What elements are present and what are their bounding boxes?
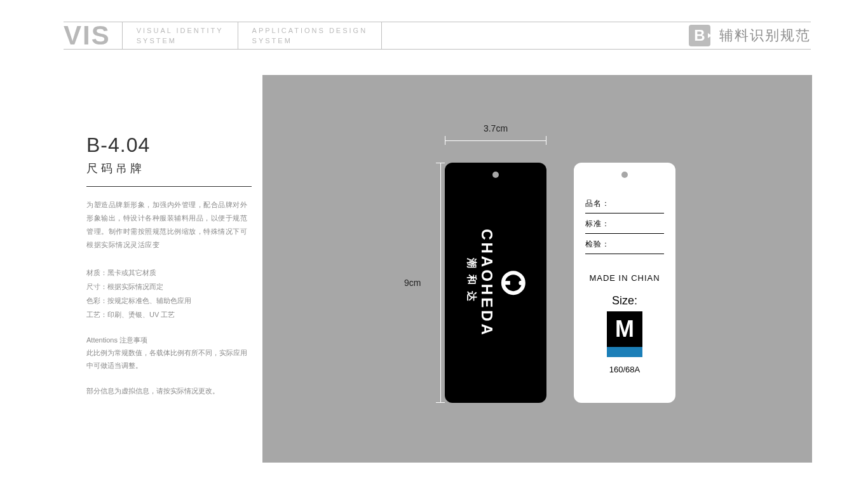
brand-lockup: CHAOHEDA 潮和达 [465,229,527,337]
divider [381,22,382,49]
header-text: VISUAL IDENTITY [137,25,224,36]
footnote: 部分信息为虚拟信息，请按实际情况更改。 [86,386,252,396]
spec-color: 色彩：按规定标准色、辅助色应用 [86,294,252,308]
field-standard: 标准： [585,214,664,234]
divider [86,186,252,187]
size-accent-bar [607,347,642,357]
size-heading: Size: [585,294,664,308]
section-badge: B [689,25,710,46]
notes-body: 此比例为常规数值，各载体比例有所不同，实际应用中可做适当调整。 [86,346,252,373]
spec-sidebar: B-4.04 尺码吊牌 为塑造品牌新形象，加强内外管理，配合品牌对外形象输出，特… [86,133,252,396]
brand-name-en: CHAOHEDA [479,229,494,337]
dimension-height-label: 9cm [404,278,421,288]
spec-list: 材质：黑卡或其它材质 尺寸：根据实际情况而定 色彩：按规定标准色、辅助色应用 工… [86,266,252,322]
dimension-width: 3.7cm [445,123,546,145]
spec-craft: 工艺：印刷、烫银、UV 工艺 [86,308,252,322]
dimension-line [436,163,445,403]
notes-heading: Attentions 注意事项 [86,336,252,345]
page-header: VIS VISUAL IDENTITY SYSTEM APPLICATIONS … [64,22,811,50]
hangtag-back: 品名： 标准： 检验： MADE IN CHIAN Size: M 160/68… [574,163,675,403]
header-text: SYSTEM [252,36,368,46]
header-text: APPLICATIONS DESIGN [252,25,368,36]
punch-hole-icon [492,172,499,178]
header-block-applications: APPLICATIONS DESIGN SYSTEM [238,25,382,46]
spec-size: 尺寸：根据实际情况而定 [86,280,252,294]
punch-hole-icon [621,172,628,178]
header-right: B 辅料识别规范 [689,25,811,46]
size-letter: M [607,311,642,347]
size-code: 160/68A [585,365,664,374]
size-block: M [607,311,642,357]
page-title: 尺码吊牌 [86,161,252,176]
brand-name-cn: 潮和达 [465,229,478,337]
field-product-name: 品名： [585,193,664,214]
field-inspection: 检验： [585,234,664,254]
spec-material: 材质：黑卡或其它材质 [86,266,252,280]
dimension-height: 9cm [419,163,445,403]
svg-rect-2 [503,281,510,285]
page-code: B-4.04 [86,133,252,157]
section-title: 辅料识别规范 [719,26,811,45]
brand-logo-icon [497,269,527,297]
origin-label: MADE IN CHIAN [585,273,664,283]
intro-paragraph: 为塑造品牌新形象，加强内外管理，配合品牌对外形象输出，特设计各种服装辅料用品，以… [86,198,252,252]
dimension-line [445,136,546,145]
header-text: SYSTEM [137,36,224,46]
dimension-width-label: 3.7cm [445,123,546,133]
header-block-identity: VISUAL IDENTITY SYSTEM [123,25,238,46]
artboard: 3.7cm 9cm CHAOHEDA 潮和达 品名： 标准： 检验： MADE … [262,75,812,463]
hangtag-front: CHAOHEDA 潮和达 [445,163,546,403]
vis-logo: VIS [64,22,122,49]
